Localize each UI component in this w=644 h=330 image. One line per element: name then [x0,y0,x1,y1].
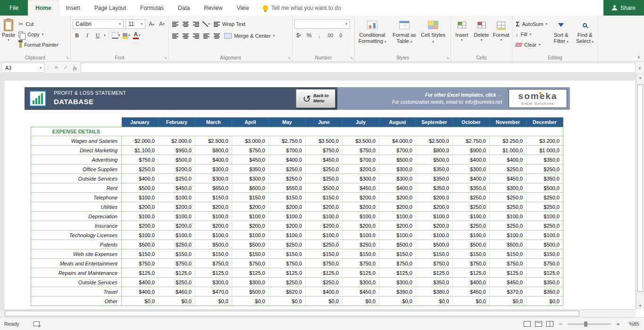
font-dialog-launcher[interactable]: ↘ [164,56,167,60]
borders-button[interactable]: ▾ [112,31,120,40]
collapse-ribbon-icon[interactable]: ∧ [637,55,640,59]
month-header[interactable]: September [416,117,453,127]
value-cell[interactable]: $125,0 [306,268,343,278]
wrap-text-button[interactable]: Wrap Text [212,19,247,29]
value-cell[interactable]: $200,0 [416,221,453,231]
value-cell[interactable]: $900,0 [453,146,490,155]
zoom-in-button[interactable]: + [615,321,621,328]
value-cell[interactable]: $300,0 [490,183,527,193]
value-cell[interactable]: $100,0 [379,212,416,221]
delete-cells-button[interactable]: Delete ▾ [473,17,491,54]
format-painter-button[interactable]: Format Painter [17,40,60,50]
accounting-format-button[interactable]: $▾ [294,31,303,40]
value-cell[interactable]: $250,0 [159,174,195,183]
value-cell[interactable]: $250,0 [306,278,343,287]
section-empty-cell[interactable] [527,127,563,136]
value-cell[interactable]: $950,0 [159,146,195,155]
section-empty-cell[interactable] [269,127,306,136]
clipboard-dialog-launcher[interactable]: ↘ [66,56,69,60]
value-cell[interactable]: $100,0 [269,212,306,221]
value-cell[interactable]: $125,0 [416,268,453,278]
value-cell[interactable]: $2.500,0 [195,136,232,146]
shrink-font-button[interactable]: A▾ [158,20,166,28]
value-cell[interactable]: $100,0 [343,231,379,240]
value-cell[interactable]: $125,0 [343,268,379,278]
value-cell[interactable]: $450,0 [490,174,527,183]
value-cell[interactable]: $350,0 [527,287,563,297]
value-cell[interactable]: $125,0 [232,268,269,278]
value-cell[interactable]: $4.000,0 [379,136,416,146]
value-cell[interactable]: $100,0 [122,231,159,240]
value-cell[interactable]: $500,0 [306,183,343,193]
value-cell[interactable]: $400,0 [195,155,232,165]
value-cell[interactable]: $550,0 [269,183,306,193]
value-cell[interactable]: $0,0 [269,297,306,306]
value-cell[interactable]: $370,0 [490,287,527,297]
value-cell[interactable]: $100,0 [122,193,159,202]
value-cell[interactable]: $400,0 [122,174,159,183]
value-cell[interactable]: $250,0 [527,221,563,231]
value-cell[interactable]: $200,0 [159,165,195,174]
value-cell[interactable]: $100,0 [343,212,379,221]
value-cell[interactable]: $520,0 [269,287,306,297]
font-name-combo[interactable]: Calibri▾ [73,19,124,29]
tab-page-layout[interactable]: Page Layout [87,0,133,16]
align-right-button[interactable] [192,32,200,40]
value-cell[interactable]: $200,0 [232,221,269,231]
value-cell[interactable]: $250,0 [453,221,490,231]
value-cell[interactable]: $250,0 [159,240,195,249]
value-cell[interactable]: $0,0 [379,297,416,306]
tab-view[interactable]: View [230,0,256,16]
month-header[interactable]: March [195,117,232,127]
row-label[interactable]: Direct Marketing [31,146,122,155]
month-header[interactable]: October [453,117,490,127]
value-cell[interactable]: $350,0 [416,278,453,287]
someka-logo[interactable]: someka Excel Solutions [509,89,567,108]
value-cell[interactable]: $200,0 [269,221,306,231]
fill-button[interactable]: ↓Fill▾ [514,30,548,39]
value-cell[interactable]: $750,0 [269,259,306,268]
worksheet[interactable]: PROFIT & LOSS STATEMENT DATABASE ↺ Back … [5,81,635,309]
promo-line1[interactable]: For other Excel templates, click → [337,91,502,99]
row-label[interactable]: Rent [31,183,122,193]
value-cell[interactable]: $100,0 [269,231,306,240]
value-cell[interactable]: $250,0 [306,240,343,249]
scroll-down-icon[interactable]: ▼ [636,302,644,309]
value-cell[interactable]: $0,0 [416,297,453,306]
value-cell[interactable]: $3.250,0 [490,136,527,146]
value-cell[interactable]: $500,0 [416,240,453,249]
value-cell[interactable]: $125,0 [453,268,490,278]
value-cell[interactable]: $400,0 [453,278,490,287]
value-cell[interactable]: $500,0 [527,240,563,249]
value-cell[interactable]: $150,0 [527,249,563,259]
row-label[interactable]: Outside Services [31,174,122,183]
value-cell[interactable]: $150,0 [343,249,379,259]
value-cell[interactable]: $200,0 [343,202,379,212]
tab-insert[interactable]: Insert [59,0,87,16]
value-cell[interactable]: $250,0 [269,165,306,174]
increase-decimal-button[interactable]: .00 [326,31,334,40]
value-cell[interactable]: $750,0 [343,259,379,268]
font-color-button[interactable]: A▾ [133,31,141,40]
value-cell[interactable]: $100,0 [527,212,563,221]
section-empty-cell[interactable] [343,127,379,136]
value-cell[interactable]: $650,0 [195,183,232,193]
section-empty-cell[interactable] [195,127,232,136]
value-cell[interactable]: $2.750,0 [269,136,306,146]
section-empty-cell[interactable] [122,127,159,136]
value-cell[interactable]: $1.100,0 [122,146,159,155]
value-cell[interactable]: $450,0 [159,183,195,193]
value-cell[interactable]: $100,0 [379,231,416,240]
value-cell[interactable]: $250,0 [269,174,306,183]
value-cell[interactable]: $750,0 [306,146,343,155]
month-header[interactable]: November [490,117,527,127]
macro-record-icon[interactable] [33,322,40,326]
row-label[interactable]: Web site Expenses [31,249,122,259]
merge-center-button[interactable]: Merge & Center▾ [223,31,276,41]
value-cell[interactable]: $300,0 [343,278,379,287]
value-cell[interactable]: $200,0 [343,221,379,231]
value-cell[interactable]: $0,0 [232,297,269,306]
section-empty-cell[interactable] [306,127,343,136]
value-cell[interactable]: $750,0 [195,259,232,268]
value-cell[interactable]: $150,0 [379,249,416,259]
